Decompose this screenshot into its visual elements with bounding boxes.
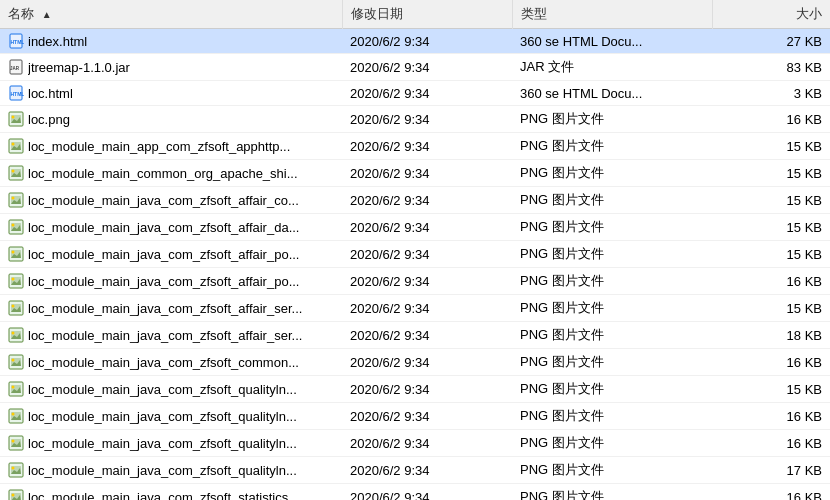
table-row[interactable]: loc_module_main_java_com_zfsoft_affair_p… (0, 268, 830, 295)
png-icon (8, 327, 24, 343)
file-name-text: loc_module_main_java_com_zfsoft_qualityl… (28, 382, 297, 397)
png-icon (8, 408, 24, 424)
file-name-cell: loc_module_main_java_com_zfsoft_common..… (0, 349, 342, 376)
png-icon (8, 219, 24, 235)
table-row[interactable]: loc.png2020/6/2 9:34PNG 图片文件16 KB (0, 106, 830, 133)
file-size: 18 KB (712, 322, 830, 349)
table-row[interactable]: loc_module_main_java_com_zfsoft_affair_d… (0, 214, 830, 241)
table-row[interactable]: loc_module_main_java_com_zfsoft_affair_s… (0, 295, 830, 322)
table-row[interactable]: loc_module_main_java_com_zfsoft_qualityl… (0, 403, 830, 430)
svg-point-35 (12, 359, 15, 362)
svg-point-8 (12, 116, 15, 119)
file-name-cell: loc_module_main_java_com_zfsoft_affair_p… (0, 241, 342, 268)
table-row[interactable]: loc_module_main_java_com_zfsoft_affair_p… (0, 241, 830, 268)
file-date: 2020/6/2 9:34 (342, 268, 512, 295)
file-name-cell: loc_module_main_java_com_zfsoft_affair_s… (0, 322, 342, 349)
svg-point-17 (12, 197, 15, 200)
svg-point-14 (12, 170, 15, 173)
file-type: PNG 图片文件 (512, 133, 712, 160)
png-icon (8, 300, 24, 316)
file-type: PNG 图片文件 (512, 430, 712, 457)
file-explorer: 名称 ▲ 修改日期 类型 大小 HTML index.html2020/6/2 … (0, 0, 830, 500)
table-row[interactable]: loc_module_main_java_com_zfsoft_qualityl… (0, 376, 830, 403)
table-row[interactable]: loc_module_main_java_com_zfsoft_affair_s… (0, 322, 830, 349)
table-row[interactable]: HTML loc.html2020/6/2 9:34360 se HTML Do… (0, 81, 830, 106)
file-name-text: index.html (28, 34, 87, 49)
table-row[interactable]: loc_module_main_java_com_zfsoft_statisti… (0, 484, 830, 501)
table-row[interactable]: loc_module_main_java_com_zfsoft_common..… (0, 349, 830, 376)
png-icon (8, 165, 24, 181)
table-row[interactable]: loc_module_main_common_org_apache_shi...… (0, 160, 830, 187)
header-size[interactable]: 大小 (712, 0, 830, 29)
file-type: 360 se HTML Docu... (512, 29, 712, 54)
svg-text:HTML: HTML (11, 39, 25, 45)
table-row[interactable]: JAR jtreemap-1.1.0.jar2020/6/2 9:34JAR 文… (0, 54, 830, 81)
file-type: PNG 图片文件 (512, 160, 712, 187)
svg-point-20 (12, 224, 15, 227)
file-date: 2020/6/2 9:34 (342, 81, 512, 106)
file-date: 2020/6/2 9:34 (342, 484, 512, 501)
file-name-cell: HTML loc.html (0, 81, 342, 106)
file-date: 2020/6/2 9:34 (342, 54, 512, 81)
file-list-table: 名称 ▲ 修改日期 类型 大小 HTML index.html2020/6/2 … (0, 0, 830, 500)
file-size: 16 KB (712, 403, 830, 430)
table-row[interactable]: loc_module_main_java_com_zfsoft_qualityl… (0, 457, 830, 484)
file-name-cell: loc_module_main_java_com_zfsoft_affair_c… (0, 187, 342, 214)
svg-point-32 (12, 332, 15, 335)
file-size: 16 KB (712, 484, 830, 501)
png-icon (8, 462, 24, 478)
file-type: PNG 图片文件 (512, 187, 712, 214)
file-name-text: loc_module_main_java_com_zfsoft_affair_p… (28, 274, 299, 289)
svg-point-38 (12, 386, 15, 389)
sort-arrow-name: ▲ (42, 9, 52, 20)
png-icon (8, 246, 24, 262)
file-name-text: jtreemap-1.1.0.jar (28, 60, 130, 75)
header-name[interactable]: 名称 ▲ (0, 0, 342, 29)
file-date: 2020/6/2 9:34 (342, 457, 512, 484)
file-type: PNG 图片文件 (512, 268, 712, 295)
file-date: 2020/6/2 9:34 (342, 349, 512, 376)
file-size: 15 KB (712, 241, 830, 268)
file-date: 2020/6/2 9:34 (342, 376, 512, 403)
svg-point-11 (12, 143, 15, 146)
svg-point-47 (12, 467, 15, 470)
file-date: 2020/6/2 9:34 (342, 322, 512, 349)
file-name-text: loc_module_main_java_com_zfsoft_qualityl… (28, 436, 297, 451)
header-date[interactable]: 修改日期 (342, 0, 512, 29)
table-row[interactable]: loc_module_main_java_com_zfsoft_qualityl… (0, 430, 830, 457)
file-name-cell: loc_module_main_java_com_zfsoft_qualityl… (0, 403, 342, 430)
png-icon (8, 381, 24, 397)
file-name-cell: JAR jtreemap-1.1.0.jar (0, 54, 342, 81)
table-row[interactable]: loc_module_main_app_com_zfsoft_apphttp..… (0, 133, 830, 160)
file-size: 15 KB (712, 160, 830, 187)
file-date: 2020/6/2 9:34 (342, 214, 512, 241)
file-name-cell: HTML index.html (0, 29, 342, 54)
png-icon (8, 111, 24, 127)
file-name-text: loc_module_main_app_com_zfsoft_apphttp..… (28, 139, 290, 154)
file-size: 83 KB (712, 54, 830, 81)
table-row[interactable]: loc_module_main_java_com_zfsoft_affair_c… (0, 187, 830, 214)
file-type: PNG 图片文件 (512, 106, 712, 133)
file-type: PNG 图片文件 (512, 295, 712, 322)
file-name-text: loc.png (28, 112, 70, 127)
file-date: 2020/6/2 9:34 (342, 187, 512, 214)
header-type[interactable]: 类型 (512, 0, 712, 29)
file-size: 17 KB (712, 457, 830, 484)
png-icon (8, 138, 24, 154)
file-type: PNG 图片文件 (512, 457, 712, 484)
file-name-cell: loc_module_main_java_com_zfsoft_affair_s… (0, 295, 342, 322)
table-row[interactable]: HTML index.html2020/6/2 9:34360 se HTML … (0, 29, 830, 54)
svg-point-29 (12, 305, 15, 308)
file-name-text: loc_module_main_java_com_zfsoft_qualityl… (28, 409, 297, 424)
file-date: 2020/6/2 9:34 (342, 106, 512, 133)
table-header: 名称 ▲ 修改日期 类型 大小 (0, 0, 830, 29)
file-name-cell: loc_module_main_app_com_zfsoft_apphttp..… (0, 133, 342, 160)
html-icon: HTML (8, 85, 24, 101)
file-size: 15 KB (712, 376, 830, 403)
file-type: PNG 图片文件 (512, 241, 712, 268)
file-name-cell: loc_module_main_java_com_zfsoft_statisti… (0, 484, 342, 501)
file-size: 15 KB (712, 214, 830, 241)
file-name-cell: loc_module_main_java_com_zfsoft_affair_d… (0, 214, 342, 241)
file-type: 360 se HTML Docu... (512, 81, 712, 106)
file-name-text: loc_module_main_java_com_zfsoft_common..… (28, 355, 299, 370)
